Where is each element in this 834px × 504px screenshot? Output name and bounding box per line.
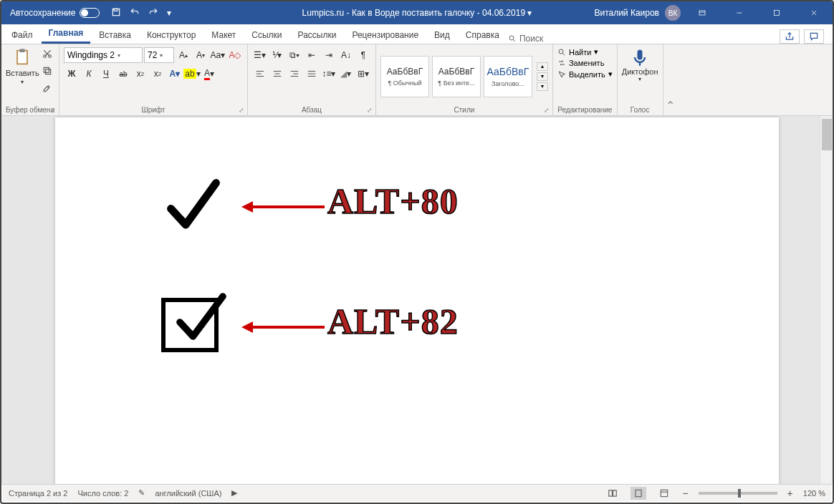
show-marks-button[interactable]: ¶ xyxy=(355,47,371,63)
numbering-button[interactable]: ⅟▾ xyxy=(269,47,285,63)
word-count[interactable]: Число слов: 2 xyxy=(77,489,128,498)
page[interactable]: ALT+80 ALT+82 xyxy=(55,117,779,485)
save-button[interactable] xyxy=(111,7,121,19)
share-button[interactable] xyxy=(780,29,800,44)
style-nospacing[interactable]: АаБбВвГ¶ Без инте... xyxy=(432,56,481,97)
select-button[interactable]: Выделить ▾ xyxy=(557,69,613,79)
text-effects-button[interactable]: A▾ xyxy=(167,66,183,82)
align-center-button[interactable] xyxy=(269,66,285,82)
find-button[interactable]: Найти ▾ xyxy=(557,47,598,57)
spellcheck-button[interactable]: ✎ xyxy=(138,488,145,498)
style-normal[interactable]: АаБбВвГ¶ Обычный xyxy=(380,56,429,97)
tab-view[interactable]: Вид xyxy=(427,26,457,44)
clipboard-launcher[interactable]: ⤢ xyxy=(50,107,56,114)
print-layout-button[interactable] xyxy=(631,487,646,500)
change-case-button[interactable]: Aa▾ xyxy=(210,47,226,63)
svg-point-7 xyxy=(509,36,514,40)
underline-button[interactable]: Ч xyxy=(98,66,114,82)
replace-button[interactable]: Заменить xyxy=(557,59,604,67)
ribbon-options-button[interactable] xyxy=(686,1,718,24)
close-button[interactable] xyxy=(798,1,830,24)
language-indicator[interactable]: английский (США) xyxy=(155,489,221,498)
copy-button[interactable] xyxy=(42,66,52,79)
zoom-out-button[interactable]: − xyxy=(682,488,688,499)
voice-label: Голос xyxy=(631,106,650,114)
group-clipboard: Вставить ▾ Буфер обмена⤢ xyxy=(1,44,59,115)
paste-button[interactable]: Вставить ▾ xyxy=(6,47,39,85)
clipboard-icon xyxy=(12,47,32,67)
tab-review[interactable]: Рецензирование xyxy=(345,26,426,44)
avatar[interactable]: ВК xyxy=(665,5,681,21)
paste-label: Вставить xyxy=(6,69,39,77)
style-heading1[interactable]: АаБбВвГЗаголово... xyxy=(484,56,532,97)
bold-button[interactable]: Ж xyxy=(64,66,80,82)
subscript-button[interactable]: x2 xyxy=(133,66,148,82)
scrollbar-thumb[interactable] xyxy=(822,119,832,150)
tab-layout[interactable]: Макет xyxy=(204,26,243,44)
tab-references[interactable]: Ссылки xyxy=(244,26,289,44)
align-right-button[interactable] xyxy=(287,66,302,82)
font-launcher[interactable]: ⤢ xyxy=(239,107,244,114)
tab-help[interactable]: Справка xyxy=(459,26,507,44)
styles-gallery-more[interactable]: ▴▾▾ xyxy=(537,62,548,91)
web-layout-button[interactable] xyxy=(656,487,672,500)
maximize-button[interactable] xyxy=(761,1,792,24)
undo-button[interactable] xyxy=(130,7,140,19)
strikethrough-button[interactable]: ab xyxy=(115,66,131,82)
shrink-font-button[interactable]: A▾ xyxy=(193,47,208,63)
comments-button[interactable] xyxy=(804,29,824,44)
borders-button[interactable]: ⊞▾ xyxy=(355,66,371,82)
collapse-ribbon-button[interactable]: ⌃ xyxy=(663,44,678,115)
replace-icon xyxy=(557,59,566,67)
annotation-2: ALT+82 xyxy=(327,301,459,342)
line-spacing-button[interactable]: ↕≡▾ xyxy=(321,66,337,82)
arrow-icon xyxy=(240,196,326,218)
page-indicator[interactable]: Страница 2 из 2 xyxy=(9,489,67,498)
superscript-button[interactable]: x2 xyxy=(150,66,166,82)
styles-launcher[interactable]: ⤢ xyxy=(544,107,550,114)
font-size-combo[interactable]: 72▾ xyxy=(144,47,174,63)
multilevel-button[interactable]: ⧉▾ xyxy=(287,47,302,63)
bullets-button[interactable]: ☰▾ xyxy=(252,47,268,63)
read-mode-button[interactable] xyxy=(605,487,620,500)
increase-indent-button[interactable]: ⇥ xyxy=(321,47,337,63)
font-name-combo[interactable]: Wingdings 2▾ xyxy=(64,47,143,63)
autosave-toggle[interactable]: Автосохранение xyxy=(10,8,100,18)
editing-label: Редактирование xyxy=(557,106,612,114)
dictate-button[interactable]: Диктофон ▾ xyxy=(622,47,658,82)
qat-customize[interactable]: ▾ xyxy=(167,8,171,18)
zoom-value[interactable]: 120 % xyxy=(803,489,825,498)
cut-button[interactable] xyxy=(42,49,52,62)
sort-button[interactable]: A↓ xyxy=(338,47,354,63)
svg-rect-2 xyxy=(699,11,705,15)
minimize-button[interactable] xyxy=(724,1,755,24)
align-left-button[interactable] xyxy=(252,66,268,82)
zoom-slider[interactable] xyxy=(699,492,777,495)
svg-rect-9 xyxy=(17,51,27,64)
macro-button[interactable]: ▶ xyxy=(231,488,237,498)
clear-formatting-button[interactable]: A◇ xyxy=(227,47,243,63)
zoom-in-button[interactable]: + xyxy=(787,488,793,499)
redo-button[interactable] xyxy=(148,7,158,19)
font-color-button[interactable]: A▾ xyxy=(201,66,217,82)
grow-font-button[interactable]: A▴ xyxy=(176,47,191,63)
justify-button[interactable] xyxy=(304,66,320,82)
tab-home[interactable]: Главная xyxy=(42,24,91,44)
format-painter-button[interactable] xyxy=(42,83,52,96)
tab-insert[interactable]: Вставка xyxy=(92,26,138,44)
italic-button[interactable]: К xyxy=(81,66,97,82)
tab-design[interactable]: Конструктор xyxy=(140,26,203,44)
svg-rect-15 xyxy=(45,69,50,74)
titlebar: Автосохранение ▾ Lumpics.ru - Как в Ворд… xyxy=(1,1,833,24)
highlight-button[interactable]: ab▾ xyxy=(184,66,200,82)
search-icon xyxy=(508,34,517,43)
tab-mailings[interactable]: Рассылки xyxy=(291,26,344,44)
tell-me-search[interactable]: Поиск xyxy=(508,34,543,44)
shading-button[interactable]: ◢▾ xyxy=(338,66,354,82)
decrease-indent-button[interactable]: ⇤ xyxy=(304,47,320,63)
paragraph-launcher[interactable]: ⤢ xyxy=(367,107,373,114)
svg-rect-37 xyxy=(636,490,641,496)
tab-file[interactable]: Файл xyxy=(4,26,40,44)
vertical-scrollbar[interactable] xyxy=(820,116,833,485)
scissors-icon xyxy=(42,49,52,59)
